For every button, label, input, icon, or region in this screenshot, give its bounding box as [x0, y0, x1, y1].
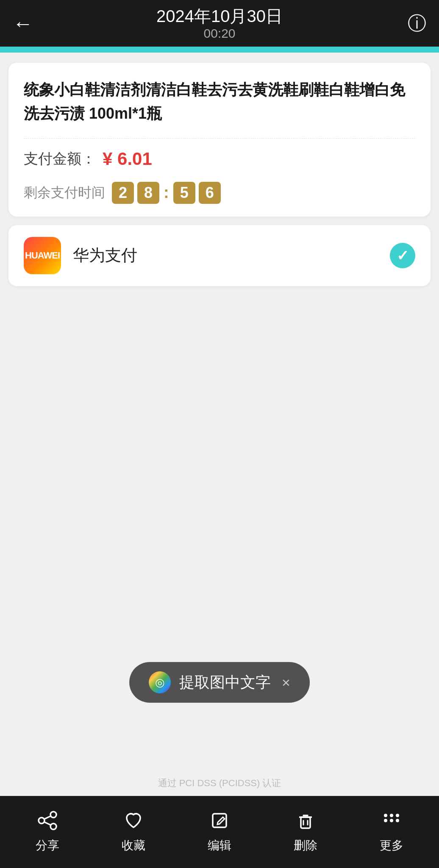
nav-item-delete[interactable]: 删除 — [278, 810, 333, 854]
info-icon: ⓘ — [408, 13, 426, 33]
svg-point-0 — [50, 812, 56, 818]
svg-point-1 — [50, 823, 56, 829]
extract-icon: ◎ — [149, 671, 171, 693]
edit-icon — [209, 810, 230, 834]
info-bar: 通过 PCI DSS (PCIDSS) 认证 — [0, 771, 439, 796]
timer-colon: : — [164, 184, 169, 202]
svg-point-2 — [39, 818, 44, 823]
price-value: ¥ 6.01 — [103, 149, 152, 169]
nav-item-edit[interactable]: 编辑 — [192, 810, 247, 854]
svg-point-12 — [396, 819, 399, 822]
extract-text-toast[interactable]: ◎ 提取图中文字 × — [129, 662, 310, 703]
more-icon — [381, 810, 402, 834]
back-arrow-icon: ← — [13, 12, 33, 35]
payment-card[interactable]: HUAWEI 华为支付 ✓ — [8, 225, 431, 286]
header-date: 2024年10月30日 — [156, 6, 283, 26]
payment-method-name: 华为支付 — [73, 245, 390, 266]
extract-close-button[interactable]: × — [282, 674, 290, 691]
timer-label: 剩余支付时间 — [24, 184, 105, 202]
info-bar-text: 通过 PCI DSS (PCIDSS) 认证 — [158, 777, 281, 790]
huawei-icon-text: HUAWEI — [25, 250, 60, 261]
edit-label: 编辑 — [208, 837, 231, 854]
bottom-nav: 分享 收藏 编辑 删除 — [0, 796, 439, 868]
svg-point-15 — [396, 814, 399, 817]
teal-accent-bar — [0, 47, 439, 53]
back-button[interactable]: ← — [13, 12, 33, 35]
share-icon — [37, 810, 58, 834]
nav-item-favorite[interactable]: 收藏 — [106, 810, 161, 854]
more-label: 更多 — [380, 837, 403, 854]
svg-point-10 — [384, 819, 387, 822]
info-button[interactable]: ⓘ — [408, 11, 426, 36]
extract-icon-symbol: ◎ — [155, 676, 165, 689]
header-bar: ← 2024年10月30日 00:20 ⓘ — [0, 0, 439, 47]
delete-icon — [295, 810, 316, 834]
svg-point-11 — [390, 819, 393, 822]
order-card: 统象小白鞋清洁剂清洁白鞋去污去黄洗鞋刷鞋白鞋增白免洗去污渍 100ml*1瓶 支… — [8, 63, 431, 217]
header-title-block: 2024年10月30日 00:20 — [156, 6, 283, 41]
timer-digit-4: 6 — [199, 182, 221, 204]
svg-point-14 — [390, 814, 393, 817]
svg-line-3 — [44, 816, 50, 819]
svg-line-4 — [44, 822, 50, 825]
page-wrapper: 统象小白鞋清洁剂清洁白鞋去污去黄洗鞋刷鞋白鞋增白免洗去污渍 100ml*1瓶 支… — [0, 53, 439, 796]
divider — [24, 138, 415, 139]
product-title: 统象小白鞋清洁剂清洁白鞋去污去黄洗鞋刷鞋白鞋增白免洗去污渍 100ml*1瓶 — [24, 78, 415, 125]
delete-label: 删除 — [294, 837, 317, 854]
timer-digit-2: 8 — [137, 182, 159, 204]
extract-text-label: 提取图中文字 — [179, 672, 271, 693]
header-time: 00:20 — [156, 26, 283, 41]
nav-item-share[interactable]: 分享 — [20, 810, 75, 854]
checkmark-icon: ✓ — [397, 247, 408, 264]
favorite-label: 收藏 — [122, 837, 145, 854]
price-label: 支付金额： — [24, 149, 96, 169]
svg-point-13 — [384, 814, 387, 817]
timer-digit-1: 2 — [112, 182, 134, 204]
favorite-icon — [123, 810, 144, 834]
timer-row: 剩余支付时间 2 8 : 5 6 — [24, 182, 415, 204]
share-label: 分享 — [36, 837, 59, 854]
huawei-pay-icon: HUAWEI — [24, 237, 61, 274]
payment-selected-indicator: ✓ — [390, 243, 415, 268]
timer-digits: 2 8 : 5 6 — [112, 182, 221, 204]
nav-item-more[interactable]: 更多 — [364, 810, 419, 854]
timer-digit-3: 5 — [173, 182, 195, 204]
svg-rect-6 — [301, 817, 310, 828]
price-row: 支付金额： ¥ 6.01 — [24, 149, 415, 169]
